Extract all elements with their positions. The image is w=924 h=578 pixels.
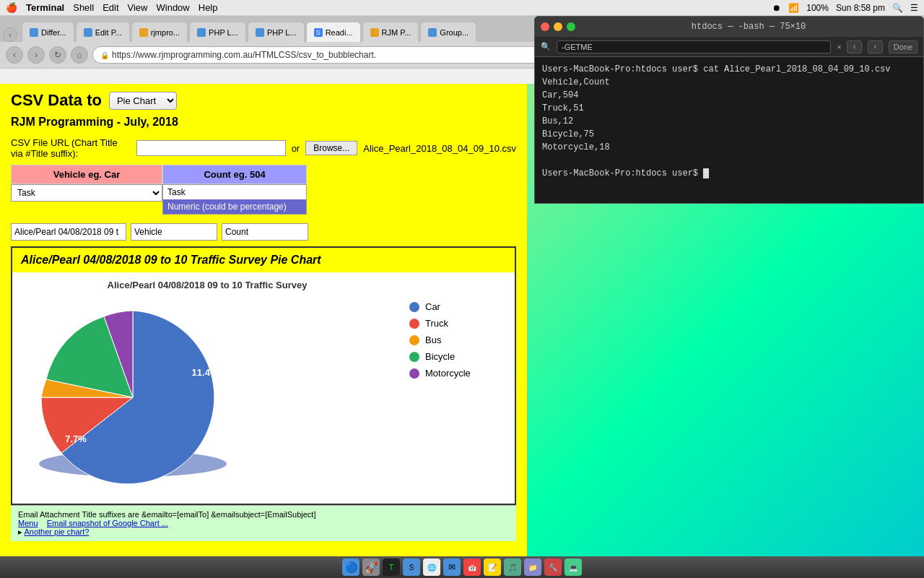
vehicle-field-input[interactable] bbox=[131, 223, 217, 241]
menu-bar: 🍎 Terminal Shell Edit View Window Help ⏺… bbox=[0, 0, 924, 16]
tab-favicon bbox=[84, 28, 92, 37]
taskbar-safari[interactable]: S bbox=[403, 558, 420, 576]
tab-readi[interactable]: S Readi... bbox=[306, 22, 361, 42]
terminal-search-bar[interactable] bbox=[557, 40, 831, 53]
legend-bus-label: Bus bbox=[425, 335, 441, 345]
taskbar-notes[interactable]: 📝 bbox=[484, 558, 501, 576]
terminal-minimize-button[interactable] bbox=[554, 22, 562, 31]
legend-motorcycle-label: Motorcycle bbox=[425, 368, 471, 379]
footer-line1: Email Attachment Title suffixes are &ema… bbox=[18, 510, 509, 519]
tab-php1[interactable]: PHP L... bbox=[189, 22, 246, 42]
forward-button[interactable]: › bbox=[27, 46, 45, 64]
menu-icon[interactable]: ☰ bbox=[910, 3, 918, 13]
legend-bicycle: Bicycle bbox=[409, 351, 471, 362]
clear-search-icon[interactable]: ✕ bbox=[837, 43, 841, 51]
terminal-line-2: Vehicle,Count bbox=[542, 76, 916, 89]
taskbar-finder[interactable]: 🔵 bbox=[342, 558, 359, 576]
chart-container: Alice/Pearl 04/08/2018 09 to 10 Traffic … bbox=[19, 280, 395, 496]
pie-chart-svg: 76.4%7.7%11.4% bbox=[19, 296, 250, 499]
legend-bus-dot bbox=[409, 335, 419, 345]
menu-terminal[interactable]: Terminal bbox=[26, 2, 64, 13]
terminal-line-3: Car,504 bbox=[542, 89, 916, 102]
footer-links: Menu Email snapshot of Google Chart ... bbox=[18, 519, 509, 527]
tab-edit[interactable]: Edit P... bbox=[76, 22, 130, 42]
terminal-body: Users-MacBook-Pro:htdocs user$ cat Alice… bbox=[535, 57, 923, 204]
tab-favicon bbox=[428, 28, 437, 37]
terminal-cursor bbox=[703, 168, 709, 178]
count-field-input[interactable] bbox=[222, 223, 308, 241]
chart-title-input[interactable] bbox=[11, 223, 126, 241]
footer-another-link[interactable]: Another pie chart? bbox=[24, 527, 89, 536]
vehicle-column-header: Vehicle eg. Car bbox=[11, 165, 162, 184]
footer-menu-link[interactable]: Menu bbox=[18, 519, 38, 527]
terminal-toolbar: 🔍 ✕ ‹ › Done bbox=[535, 37, 923, 57]
terminal-maximize-button[interactable] bbox=[567, 22, 575, 31]
csv-url-label: CSV File URL (Chart Title via #Title suf… bbox=[11, 137, 131, 159]
menu-edit[interactable]: Edit bbox=[103, 2, 118, 13]
done-button[interactable]: Done bbox=[889, 40, 918, 53]
apple-menu[interactable]: 🍎 bbox=[6, 2, 17, 13]
taskbar-calendar[interactable]: 📅 bbox=[463, 558, 481, 576]
taskbar: 🔵 🚀 T S 🌐 ✉ 📅 📝 🎵 📁 🔧 💻 bbox=[0, 556, 924, 578]
taskbar-terminal[interactable]: T bbox=[383, 558, 400, 576]
vehicle-dropdown[interactable]: Task bbox=[11, 184, 162, 202]
terminal-line-7: Motorcycle,18 bbox=[542, 141, 916, 154]
terminal-close-button[interactable] bbox=[541, 22, 549, 31]
or-text: or bbox=[292, 143, 300, 154]
terminal-line-5: Bus,12 bbox=[542, 115, 916, 128]
tab-group[interactable]: Group... bbox=[420, 22, 476, 42]
battery-indicator: 100% bbox=[806, 3, 829, 13]
tab-rjmp[interactable]: RJM P... bbox=[362, 22, 419, 42]
menu-shell[interactable]: Shell bbox=[73, 2, 94, 13]
menu-window[interactable]: Window bbox=[157, 2, 190, 13]
legend-car: Car bbox=[409, 301, 471, 312]
svg-text:11.4%: 11.4% bbox=[192, 367, 219, 378]
browser-content: CSV Data to Pie Chart Bar Chart Line Cha… bbox=[0, 84, 527, 556]
terminal-line-8 bbox=[542, 154, 916, 167]
taskbar-app4[interactable]: 💻 bbox=[565, 558, 582, 576]
tab-favicon: S bbox=[314, 28, 323, 37]
taskbar-app3[interactable]: 🔧 bbox=[544, 558, 562, 576]
count-column-header: Count eg. 504 bbox=[162, 165, 307, 184]
browse-button[interactable]: Browse... bbox=[305, 141, 357, 155]
menu-help[interactable]: Help bbox=[199, 2, 218, 13]
dropdown-row: Task Task Numeric (could be percentage) bbox=[11, 184, 516, 202]
tab-back-btn[interactable]: ‹ bbox=[3, 27, 17, 42]
home-button[interactable]: ⌂ bbox=[71, 46, 88, 64]
refresh-button[interactable]: ↻ bbox=[49, 46, 66, 64]
count-option-task[interactable]: Task bbox=[163, 185, 306, 199]
page-title: CSV Data to bbox=[11, 91, 102, 110]
tab-label: RJM P... bbox=[382, 28, 411, 37]
tab-rjm[interactable]: rjmpro... bbox=[131, 22, 188, 42]
taskbar-launchpad[interactable]: 🚀 bbox=[362, 558, 380, 576]
terminal-prompt: Users-MacBook-Pro:htdocs user$ bbox=[542, 168, 703, 178]
chart-type-select[interactable]: Pie Chart Bar Chart Line Chart bbox=[109, 92, 177, 110]
count-option-numeric[interactable]: Numeric (could be percentage) bbox=[163, 199, 306, 214]
taskbar-app1[interactable]: 🎵 bbox=[504, 558, 521, 576]
menu-view[interactable]: View bbox=[128, 2, 148, 13]
footer-email-link[interactable]: Email snapshot of Google Chart ... bbox=[47, 519, 168, 527]
terminal-search-input[interactable] bbox=[562, 43, 826, 51]
tab-php2[interactable]: PHP L... bbox=[248, 22, 305, 42]
tab-label: Readi... bbox=[326, 28, 353, 37]
tab-label: Differ... bbox=[41, 28, 66, 37]
legend-car-dot bbox=[409, 302, 419, 312]
back-button[interactable]: ‹ bbox=[6, 46, 23, 64]
tab-label: PHP L... bbox=[209, 28, 238, 37]
recording-icon: ⏺ bbox=[772, 3, 781, 13]
tab-favicon bbox=[256, 28, 264, 37]
page-footer: Email Attachment Title suffixes are &ema… bbox=[11, 505, 516, 541]
search-icon[interactable]: 🔍 bbox=[892, 3, 903, 13]
tab-differ[interactable]: Differ... bbox=[22, 22, 74, 42]
column-headers: Vehicle eg. Car Count eg. 504 bbox=[11, 165, 516, 184]
nav-prev-btn[interactable]: ‹ bbox=[847, 40, 862, 53]
taskbar-app2[interactable]: 📁 bbox=[524, 558, 541, 576]
nav-next-btn[interactable]: › bbox=[868, 40, 883, 53]
tab-label: Edit P... bbox=[95, 28, 122, 37]
csv-url-input[interactable] bbox=[136, 140, 286, 156]
taskbar-chrome[interactable]: 🌐 bbox=[423, 558, 440, 576]
taskbar-mail[interactable]: ✉ bbox=[443, 558, 461, 576]
url-text: https://www.rjmprogramming.com.au/HTMLCS… bbox=[112, 50, 376, 60]
legend-bicycle-label: Bicycle bbox=[425, 351, 455, 362]
terminal-window: htdocs — -bash — 75×10 🔍 ✕ ‹ › Done User… bbox=[534, 16, 924, 204]
